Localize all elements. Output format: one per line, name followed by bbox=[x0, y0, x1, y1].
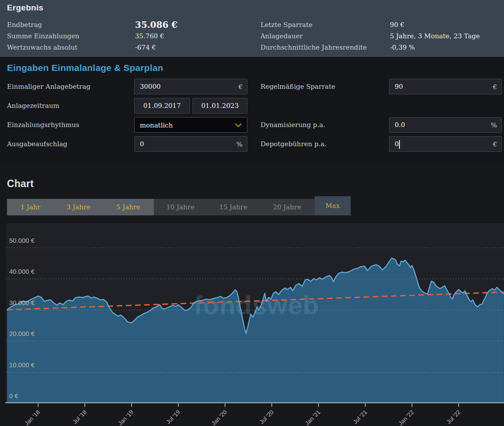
eingaben-title: Eingaben Einmalanlage & Sparplan bbox=[7, 63, 163, 73]
tab-3-jahre[interactable]: 3 Jahre bbox=[54, 199, 103, 215]
x-tick-label: Jan '22 bbox=[397, 409, 415, 426]
euro-suffix: € bbox=[238, 79, 243, 95]
anlagedauer-value: 5 Jahre, 3 Monate, 23 Tage bbox=[390, 30, 480, 42]
anlagebetrag-field: € bbox=[134, 79, 247, 94]
ausgabeaufschlag-input[interactable] bbox=[135, 137, 247, 151]
percent-suffix: % bbox=[237, 137, 243, 152]
percent-suffix: % bbox=[491, 117, 497, 133]
depotgebuehren-label: Depotgebühren p.a. bbox=[260, 136, 327, 152]
ergebnis-panel: Ergebnis Endbetrag 35.086 € Summe Einzah… bbox=[0, 0, 504, 57]
chart-range-tabs: 1 Jahr 3 Jahre 5 Jahre 10 Jahre 15 Jahre… bbox=[7, 199, 351, 215]
tab-5-jahre[interactable]: 5 Jahre bbox=[103, 199, 154, 215]
result-label: Wertzuwachs absolut bbox=[7, 42, 78, 53]
endbetrag-value: 35.086 € bbox=[135, 19, 177, 30]
letzte-sparrate-value: 90 € bbox=[390, 19, 404, 30]
jahresrendite-value: -0,39 % bbox=[390, 42, 415, 53]
chart-title: Chart bbox=[7, 178, 34, 190]
x-tick-label: Jul '18 bbox=[71, 409, 88, 426]
anlagezeitraum-label: Anlagezeitraum bbox=[7, 98, 59, 114]
y-tick-label: 0 € bbox=[9, 392, 19, 399]
tab-20-jahre: 20 Jahre bbox=[260, 199, 315, 215]
x-tick-label: Jan '19 bbox=[117, 409, 135, 426]
x-tick-label: Jul '22 bbox=[445, 409, 462, 426]
y-tick-label: 50.000 € bbox=[9, 237, 35, 244]
sparrate-field: € bbox=[389, 79, 502, 94]
euro-suffix: € bbox=[493, 79, 497, 95]
euro-suffix: € bbox=[493, 137, 497, 152]
dynamisierung-field: % bbox=[389, 117, 502, 133]
summe-einzahlungen-value: 35.760 € bbox=[135, 30, 164, 42]
ergebnis-title: Ergebnis bbox=[7, 3, 44, 13]
ausgabeaufschlag-field: % bbox=[134, 136, 247, 152]
sparrate-label: Regelmäßige Sparrate bbox=[260, 79, 335, 94]
y-tick-label: 10.000 € bbox=[9, 361, 35, 369]
result-label: Endbetrag bbox=[7, 19, 42, 30]
y-tick-label: 30.000 € bbox=[9, 299, 35, 306]
x-tick-label: Jul '19 bbox=[165, 409, 182, 426]
zeitraum-bis-field bbox=[193, 98, 247, 114]
y-tick-label: 40.000 € bbox=[9, 268, 35, 275]
result-label: Durchschnittliche Jahresrendite bbox=[260, 42, 367, 53]
zeitraum-von-input[interactable] bbox=[135, 98, 189, 113]
tab-15-jahre: 15 Jahre bbox=[207, 199, 260, 215]
rhythmus-selected-value: monatlich bbox=[140, 117, 173, 133]
result-label: Letzte Sparrate bbox=[260, 19, 312, 30]
zeitraum-von-field bbox=[134, 98, 190, 114]
eingaben-section: Eingaben Einmalanlage & Sparplan Einmali… bbox=[0, 57, 504, 164]
depotgebuehren-field: € bbox=[389, 136, 502, 152]
tab-10-jahre: 10 Jahre bbox=[154, 199, 207, 215]
depotgebuehren-input[interactable] bbox=[389, 137, 501, 151]
sparrate-input[interactable] bbox=[389, 79, 501, 94]
x-tick-label: Jul '21 bbox=[352, 409, 369, 426]
tab-1-jahr[interactable]: 1 Jahr bbox=[7, 199, 54, 215]
x-tick-label: Jul '20 bbox=[258, 409, 275, 426]
dynamisierung-input[interactable] bbox=[389, 117, 501, 132]
rhythmus-label: Einzahlungsrhythmus bbox=[7, 117, 79, 133]
y-tick-label: 20.000 € bbox=[9, 330, 35, 337]
chart-section: Chart 1 Jahr 3 Jahre 5 Jahre 10 Jahre 15… bbox=[0, 164, 504, 426]
x-tick-label: Jan '20 bbox=[210, 409, 228, 426]
tab-max[interactable]: Max bbox=[315, 196, 351, 215]
wertzuwachs-value: -674 € bbox=[135, 42, 156, 53]
text-cursor bbox=[399, 140, 400, 149]
fondsweb-watermark: fondsweb bbox=[194, 291, 319, 320]
x-tick-label: Jan '21 bbox=[304, 409, 321, 426]
chevron-down-icon bbox=[235, 123, 242, 127]
dynamisierung-label: Dynamisierung p.a. bbox=[260, 117, 325, 133]
x-tick-label: Jan '18 bbox=[24, 409, 41, 426]
rhythmus-select[interactable]: monatlich bbox=[134, 117, 247, 133]
result-label: Anlagedauer bbox=[260, 30, 303, 42]
zeitraum-bis-input[interactable] bbox=[193, 98, 247, 113]
portfolio-value-chart[interactable]: fondswebJan '18Jul '18Jan '19Jul '19Jan … bbox=[0, 220, 504, 426]
anlagebetrag-label: Einmaliger Anlagebetrag bbox=[7, 79, 91, 94]
anlagebetrag-input[interactable] bbox=[135, 79, 247, 94]
ausgabeaufschlag-label: Ausgabeaufschlag bbox=[7, 136, 67, 152]
result-label: Summe Einzahlungen bbox=[7, 30, 79, 42]
